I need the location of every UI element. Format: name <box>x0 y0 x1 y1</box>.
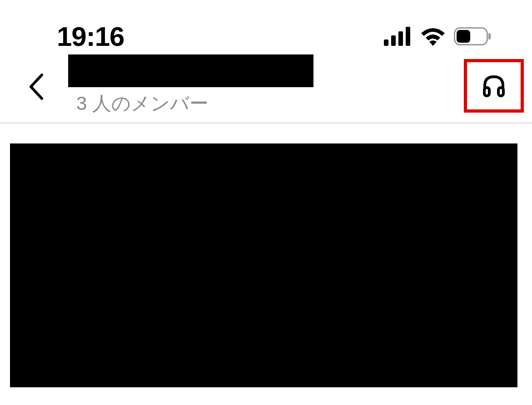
app-header: 3 人のメンバー <box>0 50 532 123</box>
svg-rect-5 <box>457 30 470 43</box>
chevron-left-icon <box>28 73 45 102</box>
battery-icon <box>454 27 491 45</box>
svg-rect-6 <box>488 33 491 40</box>
huddle-button[interactable] <box>464 59 524 113</box>
status-bar: 19:16 <box>0 0 532 50</box>
headphones-icon <box>481 72 507 99</box>
svg-rect-1 <box>391 35 396 46</box>
svg-rect-8 <box>498 88 503 96</box>
svg-rect-3 <box>406 27 410 46</box>
content-area <box>0 123 532 387</box>
message-content-redacted <box>10 143 517 387</box>
member-count-label: 3 人のメンバー <box>76 91 523 116</box>
svg-rect-7 <box>484 88 489 96</box>
wifi-icon <box>420 27 446 46</box>
back-button[interactable] <box>23 74 50 101</box>
cellular-signal-icon <box>384 27 412 46</box>
status-time: 19:16 <box>57 21 124 52</box>
chat-title-redacted <box>68 54 313 87</box>
svg-rect-0 <box>384 40 388 46</box>
svg-rect-2 <box>398 31 403 46</box>
status-icons <box>384 27 491 46</box>
title-area: 3 人のメンバー <box>68 54 523 116</box>
